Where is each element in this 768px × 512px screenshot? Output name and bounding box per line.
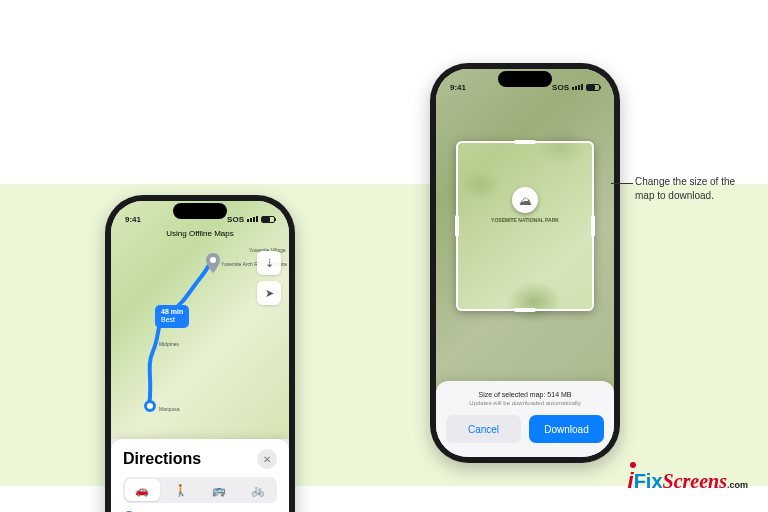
- mode-car[interactable]: 🚗: [125, 479, 160, 501]
- current-location-dot-icon: [144, 400, 156, 412]
- ifixscreens-logo: iFixScreens.com: [628, 468, 749, 494]
- phone-left: 9:41 SOS Using Offline Maps ⇣ ➤ Yosemite…: [105, 195, 295, 512]
- cancel-button[interactable]: Cancel: [446, 415, 521, 443]
- map-size-text: Size of selected map: 514 MB: [446, 391, 604, 398]
- status-right: SOS: [227, 215, 275, 224]
- close-button[interactable]: ✕: [257, 449, 277, 469]
- logo-dot-icon: [630, 462, 636, 468]
- transport-mode-selector: 🚗 🚶 🚌 🚲: [123, 477, 277, 503]
- label-mariposa: Mariposa: [159, 406, 180, 412]
- locate-me-button[interactable]: ➤: [257, 281, 281, 305]
- resize-handle-top[interactable]: [514, 140, 536, 144]
- battery-icon: [586, 84, 600, 91]
- status-sos: SOS: [552, 83, 569, 92]
- download-sheet: Size of selected map: 514 MB Updates wil…: [436, 381, 614, 457]
- park-marker-icon[interactable]: ⛰: [512, 187, 538, 213]
- route-line: [141, 259, 251, 419]
- mode-bike[interactable]: 🚲: [241, 479, 276, 501]
- download-selection-rect[interactable]: [456, 141, 594, 311]
- offline-mode-button[interactable]: ⇣: [257, 251, 281, 275]
- destination-pin-icon[interactable]: [205, 253, 221, 277]
- map-controls: ⇣ ➤: [257, 251, 281, 305]
- screen-right: 9:41 SOS ⛰ YOSEMITE NATIONAL PARK Size o…: [436, 69, 614, 457]
- directions-sheet[interactable]: Directions ✕ 🚗 🚶 🚌 🚲 My Location Yosemit…: [111, 439, 289, 512]
- label-midpines: Midpines: [159, 341, 179, 347]
- status-time: 9:41: [125, 215, 141, 224]
- directions-heading: Directions: [123, 450, 201, 468]
- route-time-bubble[interactable]: 48 min Best: [155, 305, 189, 328]
- mode-transit[interactable]: 🚌: [202, 479, 237, 501]
- logo-screens: Screens: [663, 470, 727, 492]
- logo-fix: Fix: [634, 470, 663, 492]
- cell-bars-icon: [247, 216, 258, 222]
- dynamic-island: [498, 71, 552, 87]
- annotation-callout: Change the size of the map to download.: [635, 175, 750, 202]
- callout-line: [611, 183, 633, 184]
- battery-icon: [261, 216, 275, 223]
- dynamic-island: [173, 203, 227, 219]
- status-sos: SOS: [227, 215, 244, 224]
- logo-com: .com: [727, 480, 748, 490]
- cell-bars-icon: [572, 84, 583, 90]
- close-icon: ✕: [263, 454, 271, 465]
- callout-text: Change the size of the map to download.: [635, 176, 735, 201]
- download-button[interactable]: Download: [529, 415, 604, 443]
- map-view[interactable]: Using Offline Maps ⇣ ➤ Yosemite Arch Roc…: [111, 201, 289, 439]
- status-time: 9:41: [450, 83, 466, 92]
- route-time: 48 min: [161, 308, 183, 316]
- phone-right: 9:41 SOS ⛰ YOSEMITE NATIONAL PARK Size o…: [430, 63, 620, 463]
- screen-left: 9:41 SOS Using Offline Maps ⇣ ➤ Yosemite…: [111, 201, 289, 512]
- mode-walk[interactable]: 🚶: [164, 479, 199, 501]
- svg-point-0: [210, 257, 216, 263]
- map-hint-text: Updates will be downloaded automatically: [446, 400, 604, 406]
- park-name-label: YOSEMITE NATIONAL PARK: [436, 217, 614, 223]
- route-tag: Best: [161, 316, 183, 324]
- status-right: SOS: [552, 83, 600, 92]
- resize-handle-bottom[interactable]: [514, 308, 536, 312]
